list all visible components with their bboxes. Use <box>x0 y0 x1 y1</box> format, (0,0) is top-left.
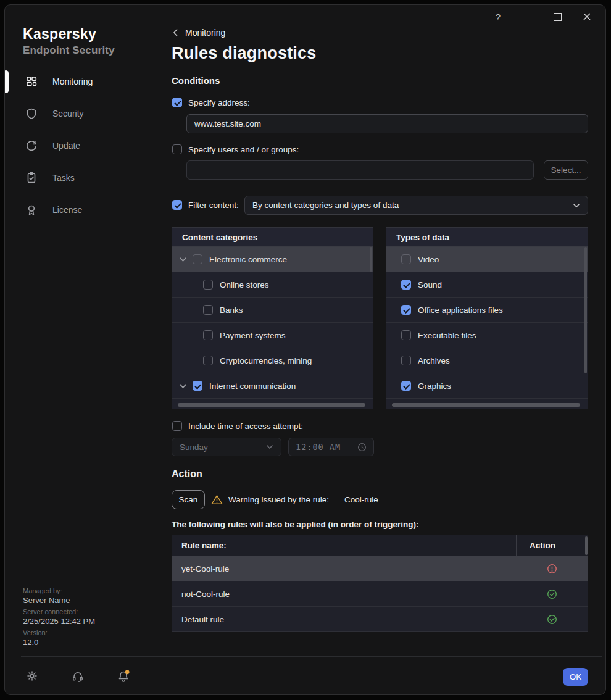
list-item-cryptocurrencies[interactable]: Cryptocurrencies, mining <box>172 348 373 373</box>
list-item-internet-communication[interactable]: Internet communication <box>172 373 373 399</box>
specify-address-label: Specify address: <box>188 98 250 107</box>
sidebar-item-update[interactable]: Update <box>5 130 162 162</box>
specify-users-checkbox[interactable] <box>172 144 182 154</box>
list-item-online-stores[interactable]: Online stores <box>172 272 373 298</box>
time-input[interactable]: 12:00 AM <box>288 438 374 456</box>
time-input-value: 12:00 AM <box>296 442 341 452</box>
select-users-button-label: Select... <box>551 165 581 175</box>
warning-rule-name: Cool-rule <box>344 495 378 504</box>
horizontal-scrollbar-thumb[interactable] <box>178 403 365 407</box>
list-item-electronic-commerce[interactable]: Electronic commerce <box>172 247 373 272</box>
list-item-payment-systems[interactable]: Payment systems <box>172 323 373 348</box>
list-item-sound[interactable]: Sound <box>386 272 588 298</box>
breadcrumb[interactable]: Monitoring <box>173 28 225 38</box>
types-of-data-title: Types of data <box>396 233 449 242</box>
rule-action-cell <box>516 614 588 625</box>
brand-name: Kaspersky <box>23 26 115 43</box>
grid-dashboard-icon <box>25 75 38 88</box>
clock-icon <box>357 443 367 452</box>
list-item-graphics[interactable]: Graphics <box>386 373 588 399</box>
table-row-default-rule[interactable]: Default rule <box>172 606 588 632</box>
online-stores-checkbox[interactable] <box>203 280 213 290</box>
chevron-down-icon[interactable] <box>179 256 187 264</box>
list-item-executable-files[interactable]: Executable files <box>386 323 588 348</box>
server-connected-label: Server connected: <box>23 608 95 615</box>
list-item-banks[interactable]: Banks <box>172 298 373 323</box>
table-row-not-cool-rule[interactable]: not-Cool-rule <box>172 581 588 606</box>
back-chevron-icon <box>173 28 178 37</box>
filter-content-checkbox[interactable] <box>172 200 182 210</box>
sidebar-item-security[interactable]: Security <box>5 98 162 130</box>
include-time-checkbox[interactable] <box>172 421 182 431</box>
settings-button[interactable] <box>26 670 38 682</box>
ok-button[interactable]: OK <box>563 668 588 686</box>
vertical-scrollbar-thumb[interactable] <box>370 247 372 272</box>
notification-dot <box>125 670 130 674</box>
video-checkbox[interactable] <box>401 254 411 264</box>
footer-divider <box>21 656 602 657</box>
vertical-scrollbar-thumb[interactable] <box>584 247 587 373</box>
internet-communication-checkbox[interactable] <box>193 381 202 391</box>
day-dropdown[interactable]: Sunday <box>172 438 281 456</box>
list-item-video[interactable]: Video <box>386 247 588 272</box>
horizontal-scrollbar-track[interactable] <box>172 399 373 410</box>
horizontal-scrollbar-thumb[interactable] <box>392 403 580 407</box>
sidebar-item-label: License <box>52 205 82 215</box>
notifications-button[interactable] <box>117 670 130 682</box>
cryptocurrencies-checkbox[interactable] <box>203 356 213 365</box>
scan-button[interactable]: Scan <box>172 490 205 509</box>
graphics-checkbox[interactable] <box>401 381 411 391</box>
sidebar-item-label: Tasks <box>52 173 75 183</box>
types-of-data-panel: Types of data Video Sound Office applica… <box>386 227 588 409</box>
chevron-down-icon <box>266 444 273 449</box>
close-button[interactable] <box>572 7 602 26</box>
page-title: Rules diagnostics <box>172 44 316 63</box>
rule-name-cell: not-Cool-rule <box>172 590 516 599</box>
office-files-checkbox[interactable] <box>401 305 411 315</box>
list-item-office-files[interactable]: Office applications files <box>386 298 588 323</box>
scan-button-label: Scan <box>179 495 198 504</box>
window-controls: ? <box>483 7 602 26</box>
sidebar-item-tasks[interactable]: Tasks <box>5 162 162 194</box>
vertical-scrollbar-thumb[interactable] <box>585 536 588 555</box>
support-button[interactable] <box>72 670 84 682</box>
sidebar-nav: Monitoring Security Update Tasks <box>5 65 162 226</box>
table-row-yet-cool-rule[interactable]: yet-Cool-rule <box>172 556 588 581</box>
ok-button-label: OK <box>570 672 582 681</box>
electronic-commerce-checkbox[interactable] <box>193 254 202 264</box>
list-item-archives[interactable]: Archives <box>386 348 588 373</box>
sidebar-item-license[interactable]: License <box>5 194 162 226</box>
banks-checkbox[interactable] <box>203 305 213 315</box>
maximize-button[interactable] <box>542 7 572 26</box>
list-item-label: Payment systems <box>220 331 286 340</box>
archives-checkbox[interactable] <box>401 356 411 365</box>
list-item-label: Internet communication <box>209 381 296 391</box>
sidebar-item-monitoring[interactable]: Monitoring <box>5 65 162 98</box>
help-button[interactable]: ? <box>483 7 513 26</box>
server-connected-value: 2/25/2025 12:42 PM <box>23 617 95 626</box>
clipboard-check-icon <box>25 172 38 184</box>
payment-systems-checkbox[interactable] <box>203 330 213 340</box>
filter-content-row: Filter content: <box>172 200 239 210</box>
address-input[interactable]: www.test.site.com <box>186 114 588 133</box>
app-window: ? Kaspersky Endpoint Security Monitoring… <box>4 4 606 695</box>
maximize-icon <box>554 13 562 21</box>
specify-address-checkbox[interactable] <box>172 98 182 107</box>
breadcrumb-label: Monitoring <box>185 28 225 38</box>
select-users-button[interactable]: Select... <box>544 160 588 180</box>
sound-checkbox[interactable] <box>401 280 411 290</box>
chevron-down-icon <box>573 203 580 208</box>
shield-icon <box>25 107 38 120</box>
list-item-label: Cryptocurrencies, mining <box>220 356 312 365</box>
include-time-row: Include time of access attempt: <box>172 421 303 431</box>
minimize-button[interactable] <box>513 7 542 26</box>
users-input[interactable] <box>186 160 534 180</box>
screen: ? Kaspersky Endpoint Security Monitoring… <box>0 0 611 700</box>
chevron-down-icon[interactable] <box>179 382 187 390</box>
brand-product: Endpoint Security <box>23 44 115 57</box>
bell-icon <box>117 670 131 683</box>
executable-files-checkbox[interactable] <box>401 330 411 340</box>
filter-content-dropdown[interactable]: By content categories and types of data <box>244 196 588 215</box>
content-categories-header: Content categories <box>172 228 373 247</box>
horizontal-scrollbar-track[interactable] <box>386 399 588 410</box>
